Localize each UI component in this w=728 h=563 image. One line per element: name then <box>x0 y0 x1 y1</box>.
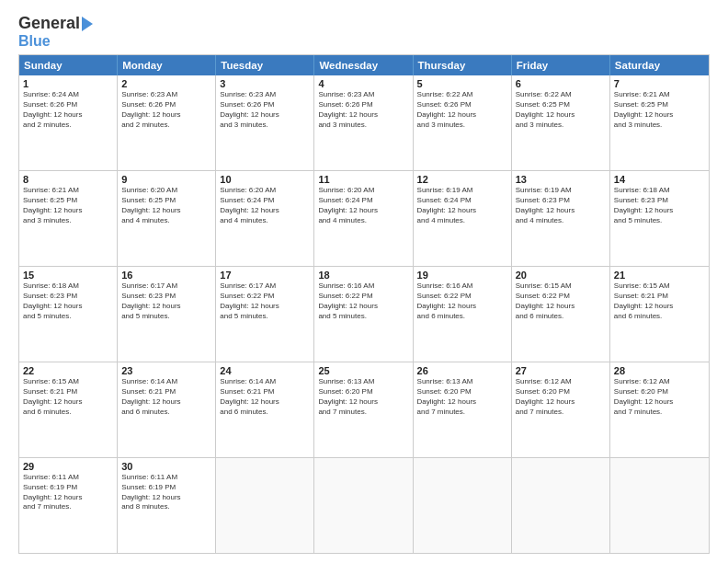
cell-line: Daylight: 12 hours <box>417 302 507 312</box>
day-number: 5 <box>417 78 507 89</box>
cell-line: Sunset: 6:26 PM <box>220 100 310 110</box>
cell-line: and 7 minutes. <box>516 408 606 418</box>
logo: General Blue <box>18 15 93 49</box>
day-number: 9 <box>121 174 211 185</box>
cell-line: and 4 minutes. <box>417 216 507 226</box>
calendar-header: SundayMondayTuesdayWednesdayThursdayFrid… <box>19 55 709 75</box>
day-number: 3 <box>220 78 310 89</box>
cell-line: Daylight: 12 hours <box>614 110 705 121</box>
cell-line: and 4 minutes. <box>318 216 408 226</box>
day-cell-9: 9Sunrise: 6:20 AMSunset: 6:25 PMDaylight… <box>118 171 216 266</box>
cell-line: Sunset: 6:22 PM <box>318 292 408 302</box>
cell-line: Daylight: 12 hours <box>23 397 113 408</box>
day-cell-18: 18Sunrise: 6:16 AMSunset: 6:22 PMDayligh… <box>314 267 413 362</box>
empty-cell <box>610 458 709 553</box>
cell-line: Sunset: 6:25 PM <box>516 100 606 110</box>
cell-line: Sunrise: 6:15 AM <box>614 282 705 292</box>
cell-line: and 5 minutes. <box>220 312 310 322</box>
cell-line: and 3 minutes. <box>417 121 507 131</box>
day-cell-23: 23Sunrise: 6:14 AMSunset: 6:21 PMDayligh… <box>118 362 216 457</box>
calendar-row-4: 22Sunrise: 6:15 AMSunset: 6:21 PMDayligh… <box>19 362 709 457</box>
header: General Blue <box>18 15 710 49</box>
cell-line: Daylight: 12 hours <box>220 397 310 408</box>
cell-line: Sunrise: 6:17 AM <box>121 282 211 292</box>
header-cell-tuesday: Tuesday <box>216 55 314 75</box>
logo-text: General <box>18 15 80 33</box>
cell-line: Sunrise: 6:21 AM <box>614 90 705 100</box>
header-cell-thursday: Thursday <box>414 55 512 75</box>
day-cell-17: 17Sunrise: 6:17 AMSunset: 6:22 PMDayligh… <box>216 267 314 362</box>
day-cell-25: 25Sunrise: 6:13 AMSunset: 6:20 PMDayligh… <box>314 362 413 457</box>
day-cell-10: 10Sunrise: 6:20 AMSunset: 6:24 PMDayligh… <box>216 171 314 266</box>
page: General Blue SundayMondayTuesdayWednesda… <box>0 0 728 563</box>
cell-line: Daylight: 12 hours <box>23 206 113 216</box>
cell-line: Sunset: 6:24 PM <box>417 196 507 206</box>
cell-line: Sunrise: 6:20 AM <box>220 186 310 196</box>
cell-line: Sunrise: 6:23 AM <box>318 90 408 100</box>
cell-line: and 6 minutes. <box>220 408 310 418</box>
day-cell-22: 22Sunrise: 6:15 AMSunset: 6:21 PMDayligh… <box>19 362 118 457</box>
empty-cell <box>216 458 314 553</box>
calendar-row-3: 15Sunrise: 6:18 AMSunset: 6:23 PMDayligh… <box>19 266 709 362</box>
cell-line: Sunrise: 6:11 AM <box>23 473 113 483</box>
day-cell-24: 24Sunrise: 6:14 AMSunset: 6:21 PMDayligh… <box>216 362 314 457</box>
cell-line: Daylight: 12 hours <box>220 302 310 312</box>
day-cell-26: 26Sunrise: 6:13 AMSunset: 6:20 PMDayligh… <box>414 362 512 457</box>
cell-line: Daylight: 12 hours <box>318 302 408 312</box>
day-number: 25 <box>318 365 408 376</box>
cell-line: Sunrise: 6:22 AM <box>516 90 606 100</box>
cell-line: Sunrise: 6:24 AM <box>23 90 113 100</box>
cell-line: Sunset: 6:26 PM <box>417 100 507 110</box>
day-cell-8: 8Sunrise: 6:21 AMSunset: 6:25 PMDaylight… <box>19 171 118 266</box>
cell-line: and 3 minutes. <box>614 121 705 131</box>
cell-line: Daylight: 12 hours <box>516 397 606 408</box>
day-number: 11 <box>318 174 408 185</box>
cell-line: and 6 minutes. <box>516 312 606 322</box>
cell-line: and 3 minutes. <box>23 216 113 226</box>
cell-line: Sunset: 6:19 PM <box>23 483 113 493</box>
cell-line: and 4 minutes. <box>121 216 211 226</box>
cell-line: Sunset: 6:20 PM <box>417 387 507 397</box>
cell-line: and 4 minutes. <box>220 216 310 226</box>
day-number: 14 <box>614 174 705 185</box>
day-cell-4: 4Sunrise: 6:23 AMSunset: 6:26 PMDaylight… <box>314 75 413 170</box>
day-number: 29 <box>23 461 113 472</box>
day-cell-19: 19Sunrise: 6:16 AMSunset: 6:22 PMDayligh… <box>414 267 512 362</box>
cell-line: Sunset: 6:24 PM <box>220 196 310 206</box>
cell-line: Sunrise: 6:20 AM <box>121 186 211 196</box>
cell-line: Sunrise: 6:17 AM <box>220 282 310 292</box>
day-number: 6 <box>516 78 606 89</box>
cell-line: Sunrise: 6:13 AM <box>318 377 408 387</box>
cell-line: Sunrise: 6:18 AM <box>23 282 113 292</box>
cell-line: Daylight: 12 hours <box>121 302 211 312</box>
cell-line: Daylight: 12 hours <box>23 110 113 121</box>
cell-line: and 8 minutes. <box>121 502 211 512</box>
cell-line: Daylight: 12 hours <box>121 397 211 408</box>
cell-line: Daylight: 12 hours <box>417 397 507 408</box>
empty-cell <box>414 458 512 553</box>
day-number: 12 <box>417 174 507 185</box>
cell-line: Daylight: 12 hours <box>220 206 310 216</box>
day-cell-12: 12Sunrise: 6:19 AMSunset: 6:24 PMDayligh… <box>414 171 512 266</box>
cell-line: and 5 minutes. <box>23 312 113 322</box>
cell-line: Daylight: 12 hours <box>417 110 507 121</box>
day-cell-30: 30Sunrise: 6:11 AMSunset: 6:19 PMDayligh… <box>118 458 216 553</box>
cell-line: and 5 minutes. <box>318 312 408 322</box>
cell-line: Sunset: 6:26 PM <box>23 100 113 110</box>
header-cell-saturday: Saturday <box>610 55 709 75</box>
cell-line: and 7 minutes. <box>23 502 113 512</box>
cell-line: Sunset: 6:21 PM <box>220 387 310 397</box>
cell-line: Sunset: 6:22 PM <box>516 292 606 302</box>
cell-line: and 7 minutes. <box>614 408 705 418</box>
calendar: SundayMondayTuesdayWednesdayThursdayFrid… <box>18 54 710 554</box>
cell-line: Sunrise: 6:23 AM <box>220 90 310 100</box>
cell-line: and 5 minutes. <box>614 216 705 226</box>
cell-line: and 3 minutes. <box>516 121 606 131</box>
day-number: 16 <box>121 270 211 281</box>
cell-line: Sunset: 6:26 PM <box>121 100 211 110</box>
day-cell-6: 6Sunrise: 6:22 AMSunset: 6:25 PMDaylight… <box>512 75 610 170</box>
cell-line: Daylight: 12 hours <box>220 110 310 121</box>
cell-line: Sunset: 6:22 PM <box>220 292 310 302</box>
cell-line: Sunset: 6:24 PM <box>318 196 408 206</box>
day-cell-28: 28Sunrise: 6:12 AMSunset: 6:20 PMDayligh… <box>610 362 709 457</box>
